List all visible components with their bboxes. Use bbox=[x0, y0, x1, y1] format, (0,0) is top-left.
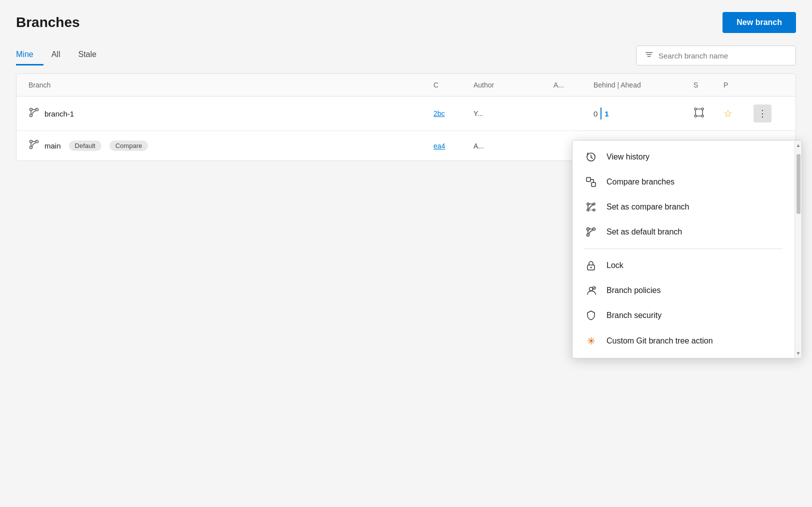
col-header-behind-ahead: Behind | Ahead bbox=[594, 81, 694, 89]
branch-name[interactable]: main bbox=[44, 142, 61, 150]
ahead-num: 1 bbox=[604, 110, 608, 118]
svg-point-16 bbox=[587, 203, 589, 205]
tab-all[interactable]: All bbox=[52, 45, 70, 66]
context-menu: ▲ ▼ View history Compare b bbox=[572, 140, 802, 358]
behind-ahead-cell: 0 1 bbox=[594, 108, 694, 120]
svg-point-21 bbox=[593, 228, 596, 230]
star-icon[interactable]: ☆ bbox=[724, 108, 732, 119]
menu-item-view-history[interactable]: View history bbox=[572, 144, 794, 170]
search-box bbox=[636, 46, 796, 66]
svg-rect-15 bbox=[592, 182, 596, 186]
svg-point-19 bbox=[593, 209, 595, 211]
history-icon bbox=[584, 152, 598, 162]
table-row: branch-1 2bc Y... 0 1 bbox=[16, 96, 796, 131]
svg-point-12 bbox=[30, 146, 32, 149]
menu-item-set-compare[interactable]: Set as compare branch bbox=[572, 194, 794, 220]
branch-name[interactable]: branch-1 bbox=[44, 110, 74, 118]
menu-label-view-history: View history bbox=[606, 152, 650, 162]
menu-label-compare-branches: Compare branches bbox=[606, 178, 674, 186]
svg-rect-14 bbox=[586, 178, 590, 182]
col-header-author: Author bbox=[474, 81, 554, 89]
filter-icon bbox=[644, 50, 654, 61]
table-header: Branch C Author A... Behind | Ahead S P bbox=[16, 74, 796, 96]
s-cell bbox=[694, 107, 724, 120]
svg-point-22 bbox=[587, 234, 590, 236]
col-header-c: C bbox=[434, 81, 474, 89]
scroll-up-arrow[interactable]: ▲ bbox=[796, 142, 801, 148]
svg-point-20 bbox=[587, 228, 590, 230]
policies-icon bbox=[584, 285, 598, 296]
menu-item-custom-git[interactable]: ✳ Custom Git branch tree action bbox=[572, 328, 794, 354]
actions-cell: ⋮ bbox=[754, 104, 784, 122]
menu-label-set-default: Set as default branch bbox=[606, 228, 682, 236]
svg-point-5 bbox=[30, 114, 32, 116]
new-branch-button[interactable]: New branch bbox=[722, 12, 796, 33]
menu-item-branch-security[interactable]: Branch security bbox=[572, 303, 794, 328]
set-compare-icon bbox=[584, 202, 598, 212]
page-header: Branches New branch bbox=[16, 12, 796, 33]
scrollbar-thumb[interactable] bbox=[796, 154, 800, 214]
svg-point-24 bbox=[590, 267, 592, 268]
star-orange-icon: ✳ bbox=[584, 335, 598, 347]
tabs-search-row: Mine All Stale bbox=[16, 45, 796, 66]
menu-divider bbox=[584, 248, 782, 249]
search-input[interactable] bbox=[658, 52, 788, 60]
menu-label-branch-policies: Branch policies bbox=[606, 286, 661, 295]
behind-num: 0 bbox=[594, 110, 598, 118]
svg-point-9 bbox=[702, 115, 704, 117]
security-icon bbox=[584, 310, 598, 321]
compare-icon[interactable] bbox=[694, 110, 704, 120]
menu-item-lock[interactable]: Lock bbox=[572, 253, 794, 278]
commit-link[interactable]: 2bc bbox=[434, 110, 445, 118]
menu-items-container: View history Compare branches bbox=[572, 140, 802, 358]
scrollbar[interactable]: ▲ ▼ bbox=[794, 140, 802, 358]
menu-item-compare-branches[interactable]: Compare branches bbox=[572, 170, 794, 194]
svg-point-10 bbox=[30, 140, 32, 143]
author-cell: A... bbox=[474, 142, 554, 150]
svg-point-8 bbox=[694, 115, 696, 117]
menu-label-lock: Lock bbox=[606, 261, 624, 270]
commit-cell: 2bc bbox=[434, 109, 474, 118]
col-header-p: P bbox=[724, 81, 754, 89]
svg-point-7 bbox=[702, 108, 704, 110]
menu-label-custom-git: Custom Git branch tree action bbox=[606, 336, 713, 346]
tab-stale[interactable]: Stale bbox=[78, 45, 106, 66]
col-header-branch: Branch bbox=[28, 81, 434, 89]
svg-point-3 bbox=[30, 108, 32, 110]
menu-item-set-default[interactable]: Set as default branch bbox=[572, 220, 794, 244]
more-button[interactable]: ⋮ bbox=[754, 104, 772, 122]
branch-icon bbox=[28, 139, 40, 152]
branch-icon bbox=[28, 107, 40, 120]
menu-label-set-compare: Set as compare branch bbox=[606, 202, 689, 212]
author-cell: Y... bbox=[474, 110, 554, 118]
branch-cell: branch-1 bbox=[28, 107, 434, 120]
tabs-container: Mine All Stale bbox=[16, 45, 114, 66]
col-header-s: S bbox=[694, 81, 724, 89]
svg-point-18 bbox=[587, 209, 589, 211]
lock-icon bbox=[584, 260, 598, 271]
commit-link[interactable]: ea4 bbox=[434, 142, 445, 150]
svg-point-6 bbox=[694, 108, 696, 110]
scroll-down-arrow[interactable]: ▼ bbox=[796, 350, 801, 356]
menu-item-branch-policies[interactable]: Branch policies bbox=[572, 278, 794, 303]
svg-point-17 bbox=[593, 203, 595, 205]
svg-point-4 bbox=[36, 108, 38, 110]
ahead-divider bbox=[600, 108, 602, 120]
compare-badge[interactable]: Compare bbox=[110, 140, 148, 151]
commit-cell: ea4 bbox=[434, 142, 474, 150]
col-header-age: A... bbox=[554, 81, 594, 89]
menu-label-branch-security: Branch security bbox=[606, 311, 662, 320]
compare-branches-icon bbox=[584, 176, 598, 188]
default-badge: Default bbox=[69, 140, 102, 151]
branch-cell: main Default Compare bbox=[28, 139, 434, 152]
p-cell: ☆ bbox=[724, 108, 754, 120]
tab-mine[interactable]: Mine bbox=[16, 45, 44, 66]
set-default-icon bbox=[584, 226, 598, 238]
svg-point-11 bbox=[36, 140, 38, 143]
page-title: Branches bbox=[16, 14, 80, 30]
